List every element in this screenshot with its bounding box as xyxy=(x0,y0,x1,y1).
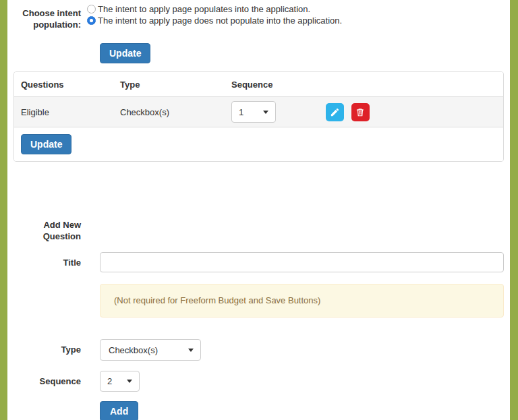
cell-question: Eligible xyxy=(14,97,113,127)
type-select-value: Checkbox(s) xyxy=(109,345,158,355)
type-row: Type Checkbox(s) xyxy=(7,339,510,361)
cell-actions xyxy=(319,97,503,127)
delete-question-button[interactable] xyxy=(351,103,370,121)
intent-update-button[interactable]: Update xyxy=(100,43,150,63)
title-label: Title xyxy=(7,252,81,268)
add-question-button[interactable]: Add xyxy=(100,401,138,420)
radio-selected-icon[interactable] xyxy=(87,16,96,25)
chevron-down-icon xyxy=(263,111,268,114)
warning-row: (Not required for Freeform Budget and Sa… xyxy=(7,284,510,318)
title-row: Title xyxy=(7,252,510,272)
radio-option-populates-label: The intent to apply page populates into … xyxy=(98,4,310,14)
header-type: Type xyxy=(113,72,225,97)
cell-type: Checkbox(s) xyxy=(113,97,225,127)
type-select[interactable]: Checkbox(s) xyxy=(100,339,201,361)
header-questions: Questions xyxy=(14,72,113,97)
page-accent-bar-left xyxy=(0,0,7,420)
radio-option-does-not-populate[interactable]: The intent to apply page does not popula… xyxy=(87,15,342,26)
questions-table: Questions Type Sequence Eligible Checkbo… xyxy=(14,72,503,127)
table-row: Eligible Checkbox(s) 1 xyxy=(14,97,503,127)
title-help-alert: (Not required for Freeform Budget and Sa… xyxy=(100,284,504,318)
page-content: Choose intent population: The intent to … xyxy=(7,0,510,420)
intent-radio-group: The intent to apply page populates into … xyxy=(87,3,342,26)
add-button-row: Add xyxy=(7,401,510,420)
add-new-question-label: Add New Question xyxy=(7,219,81,242)
radio-option-does-not-populate-label: The intent to apply page does not popula… xyxy=(98,16,342,26)
trash-icon xyxy=(355,107,365,117)
header-actions xyxy=(319,72,503,97)
questions-table-panel: Questions Type Sequence Eligible Checkbo… xyxy=(13,71,504,162)
type-label: Type xyxy=(7,339,81,355)
row-sequence-value: 1 xyxy=(239,107,243,117)
table-update-button[interactable]: Update xyxy=(21,134,71,154)
intent-population-label: Choose intent population: xyxy=(7,3,81,30)
sequence-select-value: 2 xyxy=(107,376,112,386)
intent-population-group: Choose intent population: The intent to … xyxy=(7,3,510,30)
sequence-label: Sequence xyxy=(7,371,81,387)
page-accent-bar-right xyxy=(510,0,518,420)
sequence-select[interactable]: 2 xyxy=(100,371,140,392)
cell-sequence: 1 xyxy=(225,97,319,127)
table-footer: Update xyxy=(14,127,503,161)
intent-update-row: Update xyxy=(7,43,510,63)
chevron-down-icon xyxy=(188,349,194,352)
table-header-row: Questions Type Sequence xyxy=(14,72,503,97)
title-input[interactable] xyxy=(100,252,504,272)
sequence-row: Sequence 2 xyxy=(7,371,510,392)
chevron-down-icon xyxy=(127,380,132,383)
pencil-icon xyxy=(330,107,340,117)
add-question-section-header: Add New Question xyxy=(7,219,510,242)
row-sequence-select[interactable]: 1 xyxy=(231,101,276,123)
radio-option-populates[interactable]: The intent to apply page populates into … xyxy=(87,3,342,15)
edit-question-button[interactable] xyxy=(326,103,344,121)
radio-unselected-icon[interactable] xyxy=(87,5,96,13)
header-sequence: Sequence xyxy=(225,72,319,97)
